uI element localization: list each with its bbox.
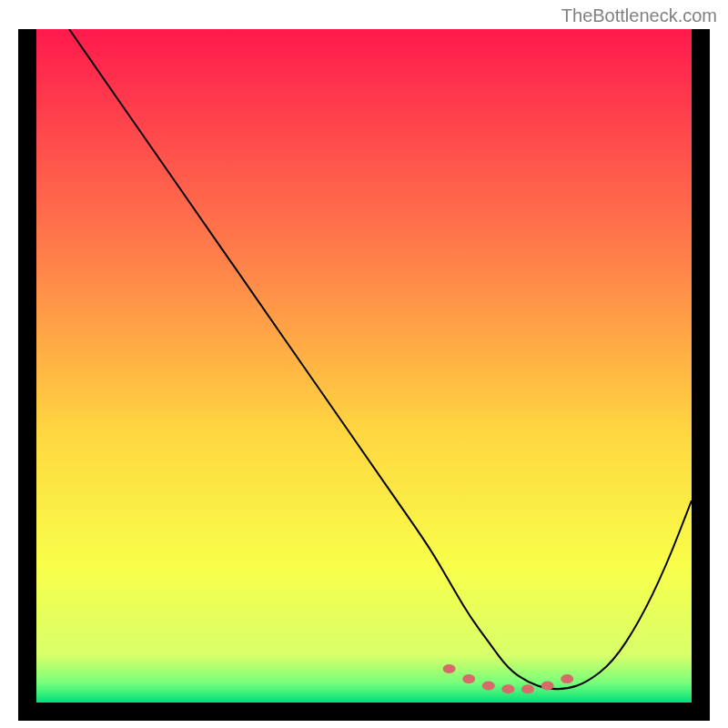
marker-dot bbox=[521, 684, 534, 693]
marker-dot bbox=[561, 674, 573, 683]
chart-frame bbox=[18, 29, 710, 721]
attribution-text: TheBottleneck.com bbox=[561, 5, 717, 26]
curve-layer bbox=[36, 29, 692, 703]
marker-dot bbox=[482, 682, 495, 691]
marker-dot bbox=[501, 684, 514, 693]
marker-dot bbox=[462, 674, 475, 683]
marker-dot bbox=[541, 682, 554, 691]
bottleneck-curve bbox=[69, 29, 692, 689]
plot-area bbox=[36, 29, 692, 703]
marker-dot bbox=[443, 664, 456, 673]
